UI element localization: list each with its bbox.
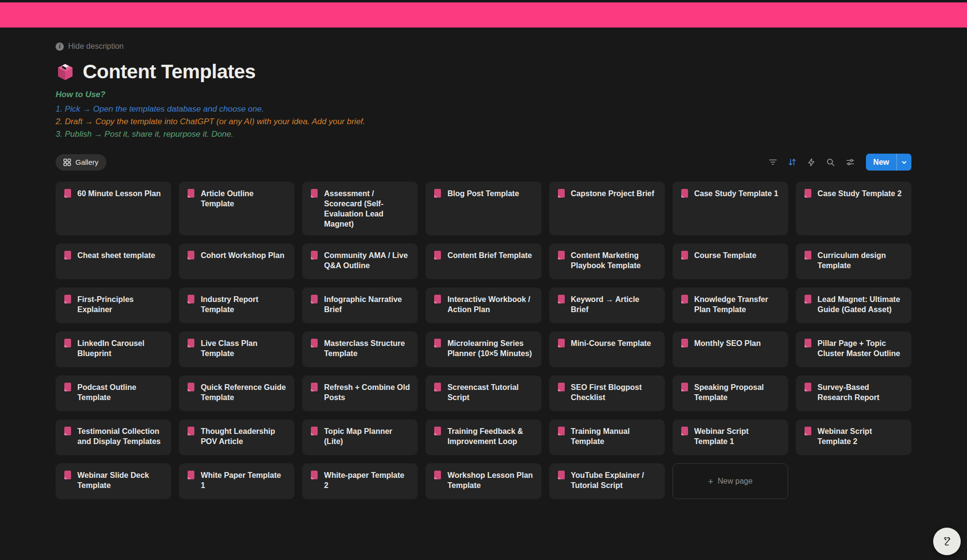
notion-page: i Hide description Content Templates How…: [0, 0, 967, 560]
gallery-card[interactable]: Content Brief Template: [425, 244, 541, 279]
lightning-icon[interactable]: [804, 155, 819, 170]
gallery-card[interactable]: First-Principles Explainer: [56, 287, 171, 323]
page-icon: [310, 294, 319, 306]
card-title: Refresh + Combine Old Posts: [324, 382, 410, 402]
sliders-icon[interactable]: [843, 155, 857, 170]
hide-description-button[interactable]: i Hide description: [56, 42, 124, 51]
gallery-card[interactable]: Training Manual Template: [549, 419, 665, 455]
gallery-card[interactable]: SEO First Blogpost Checklist: [549, 375, 665, 411]
plus-icon: +: [708, 477, 713, 486]
gallery-card[interactable]: Cohort Workshop Plan: [179, 244, 294, 279]
filter-icon[interactable]: [765, 155, 780, 170]
how-to-steps: 1. Pick → Open the templates database an…: [56, 103, 911, 141]
new-button[interactable]: New: [866, 154, 911, 171]
gallery-card[interactable]: Topic Map Planner (Lite): [302, 419, 418, 455]
page-icon: [310, 188, 319, 200]
gallery-card[interactable]: Article Outline Template: [179, 182, 294, 235]
gallery-card[interactable]: Testimonial Collection and Display Templ…: [56, 419, 171, 455]
gallery-card[interactable]: 60 Minute Lesson Plan: [56, 182, 171, 235]
new-page-card[interactable]: + New page: [673, 463, 788, 499]
card-title: Keyword → Article Brief: [571, 294, 657, 315]
card-title: Lead Magnet: Ultimate Guide (Gated Asset…: [818, 294, 904, 315]
gallery-card[interactable]: Curriculum design Template: [796, 244, 911, 279]
card-title: Capstone Project Brief: [571, 188, 654, 199]
gallery-card[interactable]: Webinar Script Template 1: [673, 419, 788, 455]
card-title: Content Marketing Playbook Template: [571, 250, 657, 271]
gallery-card[interactable]: Keyword → Article Brief: [549, 287, 665, 323]
gallery-card[interactable]: Mini-Course Template: [549, 331, 665, 367]
page-icon: [63, 338, 72, 350]
gallery-card[interactable]: Webinar Slide Deck Template: [56, 463, 171, 499]
new-button-label[interactable]: New: [866, 154, 896, 171]
how-to-heading: How to Use?: [56, 90, 911, 100]
gallery-card[interactable]: Training Feedback & Improvement Loop: [425, 419, 541, 455]
ai-assistant-fab[interactable]: [933, 528, 961, 555]
page-icon: [433, 338, 442, 350]
gallery-card[interactable]: Interactive Workbook / Action Plan: [425, 287, 541, 323]
gallery-card[interactable]: Lead Magnet: Ultimate Guide (Gated Asset…: [796, 287, 911, 323]
page-icon: [63, 250, 72, 262]
view-tab-gallery[interactable]: Gallery: [56, 154, 106, 171]
gallery-card[interactable]: Screencast Tutorial Script: [425, 375, 541, 411]
gallery-card[interactable]: Speaking Proposal Template: [673, 375, 788, 411]
card-title: White Paper Template 1: [201, 470, 287, 490]
page-icon: [63, 426, 72, 438]
gallery-card[interactable]: Case Study Template 2: [796, 182, 911, 235]
card-title: Assessment / Scorecard (Self-Evaluation …: [324, 188, 410, 229]
page-icon: [804, 426, 812, 438]
gallery-card[interactable]: Cheat sheet template: [56, 244, 171, 279]
gallery-card[interactable]: Blog Post Template: [425, 182, 541, 235]
ai-face-icon: [939, 533, 955, 550]
gallery-card[interactable]: Refresh + Combine Old Posts: [302, 375, 418, 411]
gallery-card[interactable]: Pillar Page + Topic Cluster Master Outli…: [796, 331, 911, 367]
page-icon: [310, 338, 319, 350]
gallery-card[interactable]: Webinar Script Template 2: [796, 419, 911, 455]
page-icon: [680, 250, 689, 262]
page-icon: [310, 470, 319, 482]
card-title: Training Manual Template: [571, 426, 657, 446]
gallery-card[interactable]: Assessment / Scorecard (Self-Evaluation …: [302, 182, 418, 235]
gallery-card[interactable]: Course Template: [673, 244, 788, 279]
gallery-card[interactable]: Quick Reference Guide Template: [179, 375, 294, 411]
page-icon: [433, 294, 442, 306]
gallery-card[interactable]: Podcast Outline Template: [56, 375, 171, 411]
gallery-card[interactable]: Masterclass Structure Template: [302, 331, 418, 367]
sort-icon[interactable]: [785, 155, 799, 170]
page-icon: [804, 382, 812, 394]
card-title: Training Feedback & Improvement Loop: [447, 426, 533, 446]
gallery-card[interactable]: Monthly SEO Plan: [673, 331, 788, 367]
search-icon[interactable]: [823, 155, 838, 170]
gallery-card[interactable]: Case Study Template 1: [673, 182, 788, 235]
gallery-card[interactable]: YouTube Explainer / Tutorial Script: [549, 463, 665, 499]
gallery-card[interactable]: Industry Report Template: [179, 287, 294, 323]
page-icon: [187, 338, 195, 350]
how-to-step: 3. Publish → Post it, share it, repurpos…: [56, 128, 911, 141]
page-title[interactable]: Content Templates: [83, 60, 256, 83]
gallery-card[interactable]: Content Marketing Playbook Template: [549, 244, 665, 279]
card-title: Mini-Course Template: [571, 338, 651, 348]
hide-description-label: Hide description: [68, 42, 124, 51]
gallery-card[interactable]: Capstone Project Brief: [549, 182, 665, 235]
gallery-card[interactable]: White-paper Template 2: [302, 463, 418, 499]
gallery-card[interactable]: LinkedIn Carousel Blueprint: [56, 331, 171, 367]
page-icon: [557, 382, 566, 394]
page-icon: [557, 470, 566, 482]
card-title: Webinar Slide Deck Template: [77, 470, 163, 490]
gallery-card[interactable]: White Paper Template 1: [179, 463, 294, 499]
gallery-card[interactable]: Survey-Based Research Report: [796, 375, 911, 411]
gallery-card[interactable]: Infographic Narrative Brief: [302, 287, 418, 323]
gallery-card[interactable]: Community AMA / Live Q&A Outline: [302, 244, 418, 279]
page-icon: [557, 294, 566, 306]
card-title: Workshop Lesson Plan Template: [447, 470, 533, 490]
chevron-down-icon[interactable]: [897, 154, 911, 171]
gallery-card[interactable]: Knowledge Transfer Plan Template: [673, 287, 788, 323]
card-title: First-Principles Explainer: [77, 294, 163, 315]
gallery-card[interactable]: Microlearning Series Planner (10×5 Minut…: [425, 331, 541, 367]
cover-banner[interactable]: [0, 2, 967, 28]
card-title: LinkedIn Carousel Blueprint: [77, 338, 163, 359]
card-title: Article Outline Template: [201, 188, 287, 209]
gallery-card[interactable]: Workshop Lesson Plan Template: [425, 463, 541, 499]
gallery-card[interactable]: Live Class Plan Template: [179, 331, 294, 367]
card-title: Course Template: [694, 250, 757, 260]
gallery-card[interactable]: Thought Leadership POV Article: [179, 419, 294, 455]
